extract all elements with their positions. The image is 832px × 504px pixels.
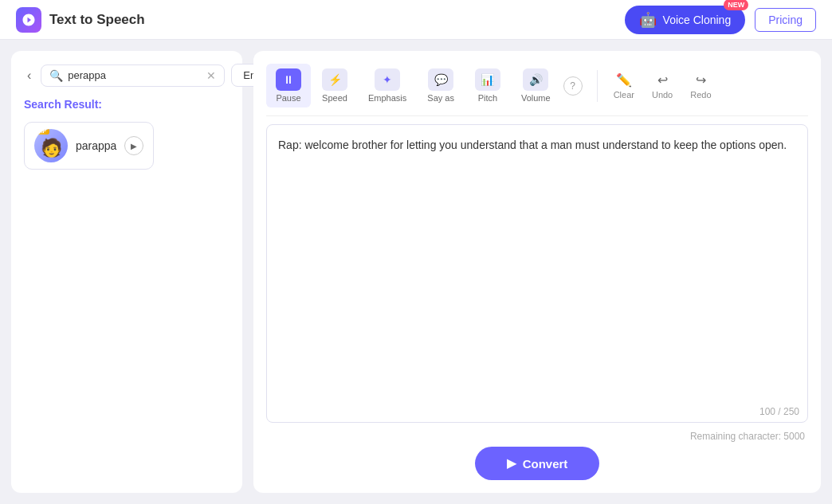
convert-button[interactable]: ▶ Convert	[475, 447, 600, 480]
search-box: 🔍 ✕	[41, 64, 225, 87]
tool-group-actions: ✏️ Clear ↩ Undo ↪ Redo	[606, 68, 720, 104]
voice-name: parappa	[76, 139, 116, 152]
pitch-icon: 📊	[475, 68, 500, 91]
play-button[interactable]: ▶	[124, 136, 143, 155]
clear-button[interactable]: ✏️ Clear	[606, 68, 642, 104]
vip-badge: VIP	[34, 129, 49, 135]
say-as-button[interactable]: 💬 Say as	[418, 64, 464, 107]
bottom-area: Remaining character: 5000 ▶ Convert	[266, 431, 808, 480]
topbar: Text to Speech 🤖 Voice Cloning NEW Prici…	[0, 0, 832, 40]
volume-button[interactable]: 🔊 Volume	[512, 64, 560, 107]
right-panel: ⏸ Pause ⚡ Speed ✦ Emphasis 💬 Say as 📊	[253, 51, 821, 493]
text-editor[interactable]: Rap: welcome brother for letting you und…	[267, 125, 807, 403]
undo-button[interactable]: ↩ Undo	[644, 68, 681, 104]
speed-icon: ⚡	[322, 68, 347, 91]
volume-icon: 🔊	[523, 68, 548, 91]
redo-icon: ↪	[696, 72, 706, 88]
pitch-button[interactable]: 📊 Pitch	[465, 64, 510, 107]
topbar-left: Text to Speech	[16, 7, 145, 33]
clear-icon: ✏️	[616, 72, 632, 88]
avatar: VIP 🧑	[34, 129, 68, 162]
left-panel: ‹ 🔍 ✕ English (US) English (UK) Spanish …	[11, 51, 242, 493]
emphasis-icon: ✦	[375, 68, 400, 91]
avatar-face: 🧑	[41, 138, 62, 158]
back-button[interactable]: ‹	[24, 67, 34, 84]
search-input[interactable]	[68, 69, 202, 81]
voice-cloning-button[interactable]: 🤖 Voice Cloning NEW	[625, 6, 746, 34]
toolbar-divider	[597, 70, 598, 102]
voice-item[interactable]: VIP 🧑 parappa ▶	[24, 122, 154, 170]
search-clear-icon[interactable]: ✕	[206, 69, 216, 82]
remaining-character-text: Remaining character: 5000	[690, 431, 808, 442]
pricing-button[interactable]: Pricing	[755, 8, 816, 32]
left-panel-top: ‹ 🔍 ✕ English (US) English (UK) Spanish …	[24, 64, 230, 87]
app-logo	[16, 7, 41, 33]
undo-icon: ↩	[657, 72, 668, 88]
speed-button[interactable]: ⚡ Speed	[312, 64, 357, 107]
say-as-icon: 💬	[428, 68, 453, 91]
main-layout: ‹ 🔍 ✕ English (US) English (UK) Spanish …	[0, 40, 832, 504]
text-area-wrap: Rap: welcome brother for letting you und…	[266, 124, 808, 423]
new-badge: NEW	[724, 0, 748, 10]
topbar-right: 🤖 Voice Cloning NEW Pricing	[625, 6, 816, 34]
pause-icon: ⏸	[276, 68, 301, 91]
robot-icon: 🤖	[639, 11, 657, 29]
app-title: Text to Speech	[49, 12, 145, 28]
search-icon: 🔍	[49, 69, 63, 82]
tool-group-main: ⏸ Pause ⚡ Speed ✦ Emphasis 💬 Say as 📊	[266, 64, 560, 107]
toolbar: ⏸ Pause ⚡ Speed ✦ Emphasis 💬 Say as 📊	[266, 64, 808, 116]
char-count: 100 / 250	[267, 403, 807, 422]
pause-button[interactable]: ⏸ Pause	[266, 64, 311, 107]
play-icon: ▶	[507, 456, 516, 471]
help-button[interactable]: ?	[563, 76, 583, 96]
search-result-label: Search Result:	[24, 98, 230, 111]
redo-button[interactable]: ↪ Redo	[682, 68, 719, 104]
emphasis-button[interactable]: ✦ Emphasis	[359, 64, 416, 107]
